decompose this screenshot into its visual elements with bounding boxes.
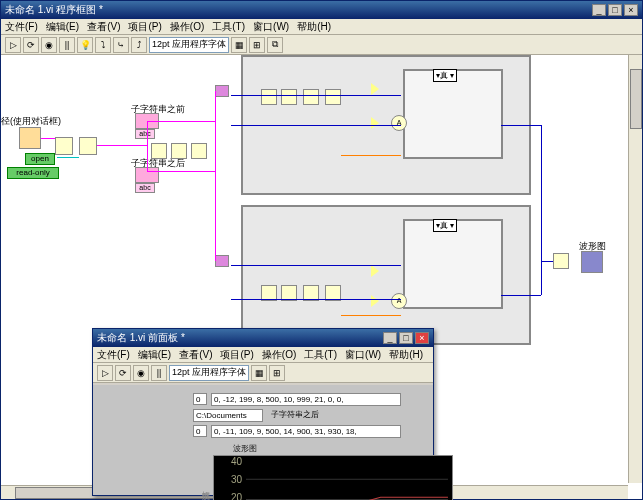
menu-project[interactable]: 项目(P) [128,20,161,34]
fp-menubar: 文件(F) 编辑(E) 查看(V) 项目(P) 操作(O) 工具(T) 窗口(W… [93,347,433,363]
waveform-chart[interactable]: 40 30 20 10 0 [213,455,453,500]
scan-node-1[interactable] [261,89,277,105]
array-display-2[interactable]: 0, -11, 109, 9, 500, 14, 900, 31, 930, 1… [211,425,401,438]
while-loop-lower[interactable]: ▾真 ▾ [241,205,531,345]
index-spinner-1[interactable]: 0 [193,393,207,405]
compare-less-upper[interactable] [371,117,379,129]
case-selector-upper[interactable]: ▾真 ▾ [433,69,457,82]
match-pattern-node[interactable] [151,143,167,159]
file-read-node[interactable] [79,137,97,155]
main-titlebar[interactable]: 未命名 1.vi 程序框图 * _ □ × [1,1,642,19]
and-node-upper[interactable]: A [391,115,407,131]
fp-font-selector[interactable]: 12pt 应用程序字体 [169,365,249,381]
build-array-lower[interactable] [215,255,229,267]
path-display[interactable]: C:\Documents [193,409,263,422]
abort-button[interactable]: ◉ [41,37,57,53]
fp-body: 0 0, -12, 199, 8, 500, 10, 999, 21, 0, 0… [93,385,433,495]
index-spinner-2[interactable]: 0 [193,425,207,437]
case-structure-upper[interactable]: ▾真 ▾ [403,69,503,159]
main-menubar: 文件(F) 编辑(E) 查看(V) 项目(P) 操作(O) 工具(T) 窗口(W… [1,19,642,35]
build-array-upper[interactable] [215,85,229,97]
menu-tools[interactable]: 工具(T) [212,20,245,34]
abc-const-2: abc [135,183,155,193]
compare-greater-upper[interactable] [371,83,379,95]
close-file-node[interactable] [191,143,207,159]
case-selector-lower[interactable]: ▾真 ▾ [433,219,457,232]
menu-file[interactable]: 文件(F) [5,20,38,34]
fp-menu-window[interactable]: 窗口(W) [345,348,381,362]
array-display-1[interactable]: 0, -12, 199, 8, 500, 10, 999, 21, 0, 0, [211,393,401,406]
open-const[interactable]: open [25,153,55,165]
font-selector[interactable]: 12pt 应用程序字体 [149,37,229,53]
build-waveform-node[interactable] [553,253,569,269]
mid-label: 子字符串之后 [271,409,319,420]
fp-close-button[interactable]: × [415,332,429,344]
fp-maximize-button[interactable]: □ [399,332,413,344]
fp-pause-button[interactable]: || [151,365,167,381]
main-title: 未命名 1.vi 程序框图 * [5,3,590,17]
case-structure-lower[interactable]: ▾真 ▾ [403,219,503,309]
fp-title: 未命名 1.vi 前面板 * [97,331,381,345]
compare-greater-lower[interactable] [371,265,379,277]
fp-menu-help[interactable]: 帮助(H) [389,348,423,362]
pause-button[interactable]: || [59,37,75,53]
ytick-40: 40 [214,456,242,467]
run-continuous-button[interactable]: ⟳ [23,37,39,53]
menu-view[interactable]: 查看(V) [87,20,120,34]
fp-menu-tools[interactable]: 工具(T) [304,348,337,362]
fp-menu-edit[interactable]: 编辑(E) [138,348,171,362]
compare-less-lower[interactable] [371,295,379,307]
menu-window[interactable]: 窗口(W) [253,20,289,34]
chart-title: 波形图 [233,443,257,454]
run-button[interactable]: ▷ [5,37,21,53]
step-over-button[interactable]: ⤷ [113,37,129,53]
fp-titlebar[interactable]: 未命名 1.vi 前面板 * _ □ × [93,329,433,347]
fp-run-cont-button[interactable]: ⟳ [115,365,131,381]
highlight-button[interactable]: 💡 [77,37,93,53]
fp-menu-project[interactable]: 项目(P) [220,348,253,362]
align-button[interactable]: ▦ [231,37,247,53]
fp-toolbar: ▷ ⟳ ◉ || 12pt 应用程序字体 ▦ ⊞ [93,363,433,383]
string-split-node[interactable] [171,143,187,159]
file-open-node[interactable] [55,137,73,155]
step-into-button[interactable]: ⤵ [95,37,111,53]
scan-node-3[interactable] [303,89,319,105]
maximize-button[interactable]: □ [608,4,622,16]
index-array-1[interactable] [325,89,341,105]
minimize-button[interactable]: _ [592,4,606,16]
ytick-30: 30 [214,474,242,485]
fp-abort-button[interactable]: ◉ [133,365,149,381]
step-out-button[interactable]: ⤴ [131,37,147,53]
main-toolbar: ▷ ⟳ ◉ || 💡 ⤵ ⤷ ⤴ 12pt 应用程序字体 ▦ ⊞ ⧉ [1,35,642,55]
distribute-button[interactable]: ⊞ [249,37,265,53]
menu-operate[interactable]: 操作(O) [170,20,204,34]
menu-help[interactable]: 帮助(H) [297,20,331,34]
abc-const-1: abc [135,129,155,139]
fp-run-button[interactable]: ▷ [97,365,113,381]
path-control-icon[interactable] [19,127,41,149]
fp-menu-view[interactable]: 查看(V) [179,348,212,362]
front-panel-window[interactable]: 未命名 1.vi 前面板 * _ □ × 文件(F) 编辑(E) 查看(V) 项… [92,328,434,496]
readonly-const[interactable]: read-only [7,167,59,179]
vertical-scrollbar[interactable] [628,55,642,483]
scan-node-2[interactable] [281,89,297,105]
ytick-20: 20 [214,492,242,500]
menu-edit[interactable]: 编辑(E) [46,20,79,34]
chart-svg [246,460,448,500]
reorder-button[interactable]: ⧉ [267,37,283,53]
fp-minimize-button[interactable]: _ [383,332,397,344]
close-button[interactable]: × [624,4,638,16]
fp-menu-operate[interactable]: 操作(O) [262,348,296,362]
fp-distribute-button[interactable]: ⊞ [269,365,285,381]
chart-yaxis: 40 30 20 10 0 [214,456,244,500]
and-node-lower[interactable]: A [391,293,407,309]
waveform-indicator[interactable] [581,251,603,273]
fp-align-button[interactable]: ▦ [251,365,267,381]
fp-menu-file[interactable]: 文件(F) [97,348,130,362]
